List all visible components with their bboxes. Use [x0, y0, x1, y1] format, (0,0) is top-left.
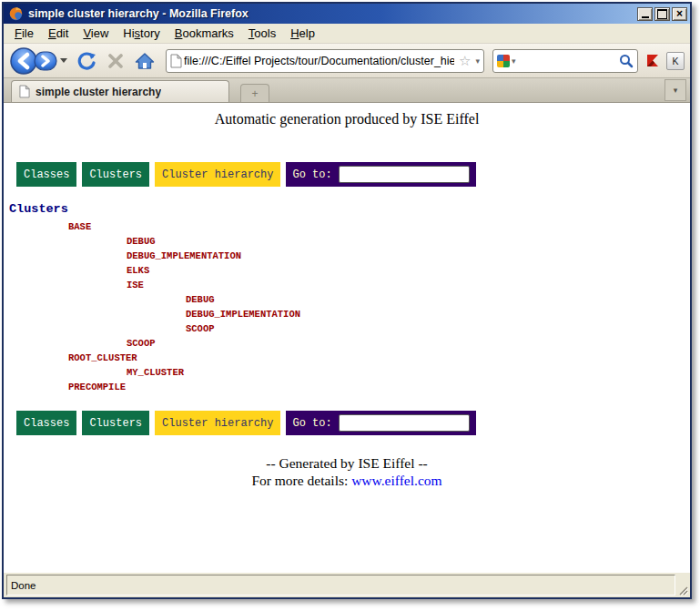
goto-input[interactable] — [339, 414, 470, 432]
back-forward-group — [9, 46, 67, 76]
titlebar[interactable]: simple cluster hierarchy - Mozilla Firef… — [4, 4, 690, 24]
tree-item[interactable]: DEBUG — [9, 234, 690, 249]
menu-file[interactable]: File — [7, 25, 41, 42]
home-icon — [135, 52, 155, 70]
resize-grip-icon — [677, 585, 688, 596]
tab-label: simple cluster hierarchy — [36, 86, 161, 98]
cluster-tree: BASE DEBUG DEBUG_IMPLEMENTATION ELKS ISE… — [4, 219, 690, 394]
tab-simple-cluster-hierarchy[interactable]: simple cluster hierarchy — [11, 80, 229, 102]
navigation-toolbar: ☆ ▾ ▾ K — [4, 44, 690, 78]
new-tab-button[interactable]: + — [240, 84, 269, 102]
tree-item[interactable]: SCOOP — [9, 321, 690, 336]
kaspersky-icon — [645, 53, 661, 68]
maximize-icon — [657, 9, 667, 19]
nav-button-row-bottom: Classes Clusters Cluster hierarchy Go to… — [16, 411, 690, 435]
virtual-keyboard-button[interactable]: K — [666, 52, 685, 70]
status-text: Done — [6, 575, 675, 596]
cluster-hierarchy-button[interactable]: Cluster hierarchy — [155, 411, 280, 435]
page-content: Automatic generation produced by ISE Eif… — [4, 103, 690, 572]
menu-tools[interactable]: Tools — [241, 25, 283, 42]
tree-item[interactable]: ROOT_CLUSTER — [9, 351, 690, 365]
stop-icon — [107, 53, 124, 69]
reload-icon — [76, 51, 96, 71]
search-magnifier-icon[interactable] — [619, 54, 634, 68]
tree-item[interactable]: SCOOP — [9, 336, 690, 351]
maximize-button[interactable] — [654, 7, 670, 21]
minimize-button[interactable] — [637, 7, 653, 21]
search-bar[interactable]: ▾ — [492, 49, 638, 73]
tree-item[interactable]: BASE — [9, 219, 690, 234]
goto-panel: Go to: — [286, 411, 475, 435]
menu-bookmarks[interactable]: Bookmarks — [167, 25, 241, 42]
more-details-line: For more details: www.eiffel.com — [4, 472, 690, 489]
more-details-text: For more details: — [251, 473, 351, 488]
browser-window: simple cluster hierarchy - Mozilla Firef… — [2, 2, 692, 599]
home-button[interactable] — [135, 52, 155, 70]
forward-button[interactable] — [34, 51, 57, 71]
tree-item[interactable]: DEBUG_IMPLEMENTATION — [9, 307, 690, 321]
reload-button[interactable] — [76, 51, 96, 71]
minimize-icon — [642, 16, 649, 18]
resize-grip[interactable] — [675, 575, 688, 596]
page-icon — [170, 54, 182, 68]
classes-button[interactable]: Classes — [16, 411, 76, 435]
menu-view[interactable]: View — [76, 25, 116, 42]
clusters-heading: Clusters — [9, 202, 690, 216]
cluster-hierarchy-button[interactable]: Cluster hierarchy — [155, 162, 280, 187]
tab-bar: simple cluster hierarchy + ▾ — [4, 78, 690, 103]
tree-item[interactable]: DEBUG — [9, 292, 690, 307]
history-dropdown-icon[interactable] — [60, 58, 67, 63]
window-title: simple cluster hierarchy - Mozilla Firef… — [28, 7, 637, 20]
google-engine-icon[interactable] — [497, 55, 510, 67]
clusters-button[interactable]: Clusters — [82, 411, 149, 435]
goto-label: Go to: — [292, 417, 331, 430]
nav-button-row-top: Classes Clusters Cluster hierarchy Go to… — [16, 162, 690, 187]
tree-item[interactable]: ELKS — [9, 263, 690, 278]
generated-by-text: -- Generated by ISE Eiffel -- — [4, 454, 690, 472]
tree-item[interactable]: ISE — [9, 278, 690, 292]
goto-input[interactable] — [339, 166, 470, 183]
close-icon: × — [676, 8, 683, 19]
tree-item[interactable]: MY_CLUSTER — [9, 365, 690, 380]
firefox-icon — [8, 6, 24, 22]
location-bar[interactable]: ☆ ▾ — [166, 49, 484, 73]
stop-button[interactable] — [107, 53, 124, 69]
close-button[interactable]: × — [672, 7, 687, 21]
tree-item[interactable]: PRECOMPILE — [9, 380, 690, 394]
kaspersky-button[interactable] — [645, 53, 661, 68]
menu-help[interactable]: Help — [283, 25, 322, 42]
menu-history[interactable]: History — [116, 25, 167, 42]
search-input[interactable] — [516, 54, 619, 68]
menubar: File Edit View History Bookmarks Tools H… — [4, 24, 690, 44]
tree-item[interactable]: DEBUG_IMPLEMENTATION — [9, 249, 690, 263]
menu-edit[interactable]: Edit — [41, 25, 76, 42]
status-bar: Done — [4, 572, 690, 597]
classes-button[interactable]: Classes — [16, 162, 76, 187]
url-dropdown-icon[interactable]: ▾ — [475, 56, 480, 66]
page-footer: -- Generated by ISE Eiffel -- For more d… — [4, 454, 690, 489]
url-input[interactable] — [182, 54, 456, 68]
goto-label: Go to: — [292, 168, 331, 181]
tab-list-dropdown-button[interactable]: ▾ — [664, 79, 686, 101]
window-controls: × — [637, 7, 687, 21]
bookmark-star-icon[interactable]: ☆ — [459, 53, 471, 69]
clusters-button[interactable]: Clusters — [82, 162, 149, 187]
goto-panel: Go to: — [286, 162, 475, 187]
eiffel-link[interactable]: www.eiffel.com — [351, 473, 441, 488]
page-title: Automatic generation produced by ISE Eif… — [4, 111, 690, 127]
tab-page-icon — [19, 85, 30, 98]
